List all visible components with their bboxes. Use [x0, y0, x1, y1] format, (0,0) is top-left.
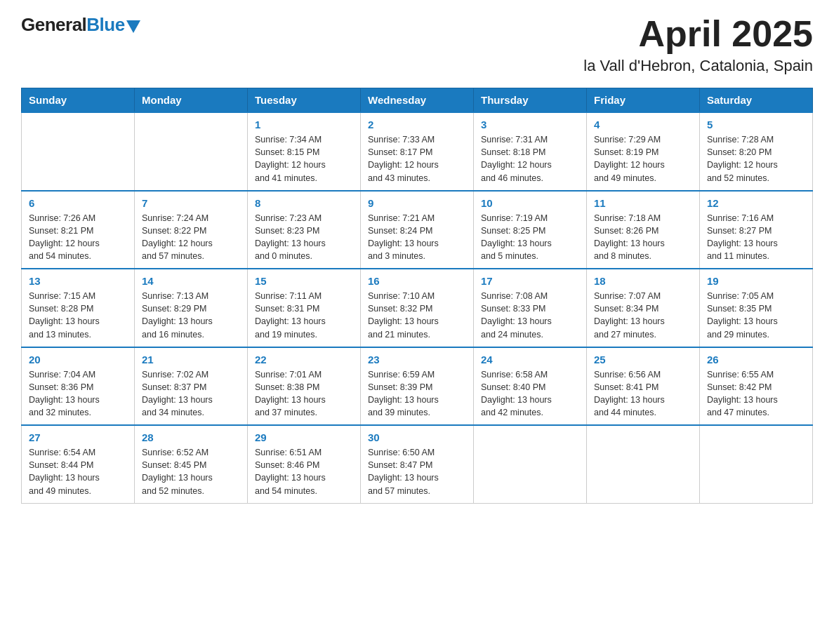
header-row: SundayMondayTuesdayWednesdayThursdayFrid…	[22, 88, 813, 113]
day-number: 8	[255, 197, 353, 209]
day-number: 19	[707, 275, 805, 287]
calendar-cell: 23Sunrise: 6:59 AMSunset: 8:39 PMDayligh…	[361, 347, 474, 426]
logo-general-text: General	[21, 14, 86, 36]
calendar-cell: 2Sunrise: 7:33 AMSunset: 8:17 PMDaylight…	[361, 112, 474, 191]
week-row-3: 13Sunrise: 7:15 AMSunset: 8:28 PMDayligh…	[22, 269, 813, 347]
column-header-sunday: Sunday	[22, 88, 135, 113]
calendar-cell: 22Sunrise: 7:01 AMSunset: 8:38 PMDayligh…	[248, 347, 361, 426]
title-area: April 2025 la Vall d'Hebron, Catalonia, …	[583, 14, 813, 75]
calendar-cell: 26Sunrise: 6:55 AMSunset: 8:42 PMDayligh…	[700, 347, 813, 426]
day-number: 13	[29, 275, 127, 287]
calendar-cell: 27Sunrise: 6:54 AMSunset: 8:44 PMDayligh…	[22, 425, 135, 503]
week-row-1: 1Sunrise: 7:34 AMSunset: 8:15 PMDaylight…	[22, 112, 813, 191]
calendar-cell: 28Sunrise: 6:52 AMSunset: 8:45 PMDayligh…	[135, 425, 248, 503]
calendar-cell: 29Sunrise: 6:51 AMSunset: 8:46 PMDayligh…	[248, 425, 361, 503]
calendar-cell	[587, 425, 700, 503]
day-info: Sunrise: 7:29 AMSunset: 8:19 PMDaylight:…	[594, 133, 692, 185]
column-header-friday: Friday	[587, 88, 700, 113]
day-info: Sunrise: 7:02 AMSunset: 8:37 PMDaylight:…	[142, 368, 240, 420]
page-title: April 2025	[583, 14, 813, 54]
day-info: Sunrise: 6:58 AMSunset: 8:40 PMDaylight:…	[481, 368, 579, 420]
calendar-cell	[700, 425, 813, 503]
week-row-2: 6Sunrise: 7:26 AMSunset: 8:21 PMDaylight…	[22, 191, 813, 269]
day-number: 15	[255, 275, 353, 287]
day-info: Sunrise: 6:52 AMSunset: 8:45 PMDaylight:…	[142, 446, 240, 497]
day-info: Sunrise: 6:55 AMSunset: 8:42 PMDaylight:…	[707, 368, 805, 420]
page-header: General Blue April 2025 la Vall d'Hebron…	[21, 14, 813, 75]
page-subtitle: la Vall d'Hebron, Catalonia, Spain	[583, 57, 813, 75]
calendar-table: SundayMondayTuesdayWednesdayThursdayFrid…	[21, 88, 813, 504]
day-info: Sunrise: 6:56 AMSunset: 8:41 PMDaylight:…	[594, 368, 692, 420]
calendar-cell: 24Sunrise: 6:58 AMSunset: 8:40 PMDayligh…	[474, 347, 587, 426]
day-number: 6	[29, 197, 127, 209]
logo-triangle-icon	[126, 20, 140, 33]
day-number: 11	[594, 197, 692, 209]
calendar-cell: 8Sunrise: 7:23 AMSunset: 8:23 PMDaylight…	[248, 191, 361, 269]
day-info: Sunrise: 7:15 AMSunset: 8:28 PMDaylight:…	[29, 290, 127, 341]
day-info: Sunrise: 7:11 AMSunset: 8:31 PMDaylight:…	[255, 290, 353, 341]
day-number: 12	[707, 197, 805, 209]
column-header-wednesday: Wednesday	[361, 88, 474, 113]
day-number: 20	[29, 354, 127, 365]
column-header-tuesday: Tuesday	[248, 88, 361, 113]
day-info: Sunrise: 7:18 AMSunset: 8:26 PMDaylight:…	[594, 212, 692, 263]
day-info: Sunrise: 7:21 AMSunset: 8:24 PMDaylight:…	[368, 212, 466, 263]
day-info: Sunrise: 7:10 AMSunset: 8:32 PMDaylight:…	[368, 290, 466, 341]
day-number: 21	[142, 354, 240, 365]
calendar-cell: 1Sunrise: 7:34 AMSunset: 8:15 PMDaylight…	[248, 112, 361, 191]
day-number: 24	[481, 354, 579, 365]
calendar-cell: 19Sunrise: 7:05 AMSunset: 8:35 PMDayligh…	[700, 269, 813, 347]
calendar-cell: 13Sunrise: 7:15 AMSunset: 8:28 PMDayligh…	[22, 269, 135, 347]
calendar-header: SundayMondayTuesdayWednesdayThursdayFrid…	[22, 88, 813, 113]
calendar-cell: 15Sunrise: 7:11 AMSunset: 8:31 PMDayligh…	[248, 269, 361, 347]
day-number: 25	[594, 354, 692, 365]
day-info: Sunrise: 7:34 AMSunset: 8:15 PMDaylight:…	[255, 133, 353, 185]
day-number: 27	[29, 431, 127, 443]
day-number: 3	[481, 119, 579, 130]
day-info: Sunrise: 7:19 AMSunset: 8:25 PMDaylight:…	[481, 212, 579, 263]
day-info: Sunrise: 6:59 AMSunset: 8:39 PMDaylight:…	[368, 368, 466, 420]
week-row-5: 27Sunrise: 6:54 AMSunset: 8:44 PMDayligh…	[22, 425, 813, 503]
day-info: Sunrise: 7:01 AMSunset: 8:38 PMDaylight:…	[255, 368, 353, 420]
calendar-cell: 5Sunrise: 7:28 AMSunset: 8:20 PMDaylight…	[700, 112, 813, 191]
logo-blue-text: Blue	[86, 14, 124, 36]
calendar-cell: 6Sunrise: 7:26 AMSunset: 8:21 PMDaylight…	[22, 191, 135, 269]
calendar-cell: 12Sunrise: 7:16 AMSunset: 8:27 PMDayligh…	[700, 191, 813, 269]
calendar-cell: 11Sunrise: 7:18 AMSunset: 8:26 PMDayligh…	[587, 191, 700, 269]
column-header-monday: Monday	[135, 88, 248, 113]
day-info: Sunrise: 7:16 AMSunset: 8:27 PMDaylight:…	[707, 212, 805, 263]
day-number: 26	[707, 354, 805, 365]
calendar-cell	[135, 112, 248, 191]
day-info: Sunrise: 7:04 AMSunset: 8:36 PMDaylight:…	[29, 368, 127, 420]
day-info: Sunrise: 6:54 AMSunset: 8:44 PMDaylight:…	[29, 446, 127, 497]
day-info: Sunrise: 7:13 AMSunset: 8:29 PMDaylight:…	[142, 290, 240, 341]
day-number: 4	[594, 119, 692, 130]
calendar-cell: 7Sunrise: 7:24 AMSunset: 8:22 PMDaylight…	[135, 191, 248, 269]
calendar-cell: 10Sunrise: 7:19 AMSunset: 8:25 PMDayligh…	[474, 191, 587, 269]
day-number: 10	[481, 197, 579, 209]
calendar-cell: 30Sunrise: 6:50 AMSunset: 8:47 PMDayligh…	[361, 425, 474, 503]
calendar-cell: 3Sunrise: 7:31 AMSunset: 8:18 PMDaylight…	[474, 112, 587, 191]
column-header-thursday: Thursday	[474, 88, 587, 113]
calendar-cell: 25Sunrise: 6:56 AMSunset: 8:41 PMDayligh…	[587, 347, 700, 426]
day-info: Sunrise: 7:31 AMSunset: 8:18 PMDaylight:…	[481, 133, 579, 185]
day-number: 18	[594, 275, 692, 287]
calendar-cell	[22, 112, 135, 191]
column-header-saturday: Saturday	[700, 88, 813, 113]
day-info: Sunrise: 6:51 AMSunset: 8:46 PMDaylight:…	[255, 446, 353, 497]
calendar-cell	[474, 425, 587, 503]
day-number: 5	[707, 119, 805, 130]
day-info: Sunrise: 7:28 AMSunset: 8:20 PMDaylight:…	[707, 133, 805, 185]
calendar-body: 1Sunrise: 7:34 AMSunset: 8:15 PMDaylight…	[22, 112, 813, 503]
calendar-cell: 20Sunrise: 7:04 AMSunset: 8:36 PMDayligh…	[22, 347, 135, 426]
day-number: 16	[368, 275, 466, 287]
week-row-4: 20Sunrise: 7:04 AMSunset: 8:36 PMDayligh…	[22, 347, 813, 426]
calendar-cell: 4Sunrise: 7:29 AMSunset: 8:19 PMDaylight…	[587, 112, 700, 191]
day-number: 28	[142, 431, 240, 443]
day-info: Sunrise: 6:50 AMSunset: 8:47 PMDaylight:…	[368, 446, 466, 497]
day-number: 2	[368, 119, 466, 130]
day-info: Sunrise: 7:07 AMSunset: 8:34 PMDaylight:…	[594, 290, 692, 341]
day-number: 23	[368, 354, 466, 365]
day-number: 9	[368, 197, 466, 209]
day-info: Sunrise: 7:24 AMSunset: 8:22 PMDaylight:…	[142, 212, 240, 263]
